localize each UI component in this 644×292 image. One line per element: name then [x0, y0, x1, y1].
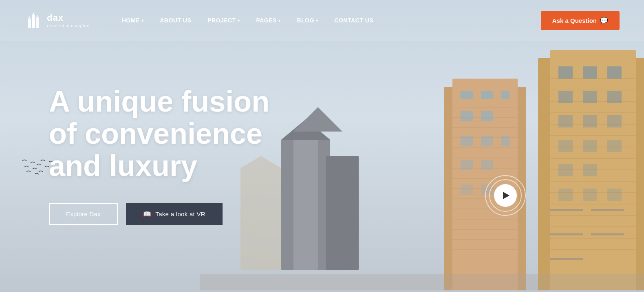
nav-links: HOME ▾ ABOUT US PROJECT ▾ PAGES ▾ BLOG ▾…: [122, 17, 541, 24]
hero-section: dax residential complex HOME ▾ ABOUT US …: [0, 0, 644, 292]
svg-rect-3: [326, 156, 359, 270]
vr-button[interactable]: 📖 Take a look at VR: [126, 203, 223, 225]
hero-content: A unique fusion of convenience and luxur…: [49, 86, 269, 225]
svg-rect-70: [607, 189, 622, 201]
play-triangle-icon: [503, 192, 509, 199]
project-chevron-icon: ▾: [238, 18, 240, 23]
svg-rect-76: [200, 274, 644, 290]
svg-rect-30: [501, 136, 509, 146]
svg-rect-60: [558, 115, 573, 127]
svg-rect-26: [461, 111, 473, 121]
explore-button[interactable]: Explore Dax: [49, 203, 118, 225]
ask-question-button[interactable]: Ask a Question 💬: [541, 11, 620, 30]
svg-rect-66: [558, 164, 573, 176]
hero-title: A unique fusion of convenience and luxur…: [49, 86, 269, 182]
video-play-rings: [485, 175, 526, 216]
nav-item-pages[interactable]: PAGES ▾: [256, 17, 280, 24]
svg-rect-77: [28, 20, 31, 28]
svg-rect-31: [461, 160, 473, 170]
svg-rect-27: [481, 111, 493, 121]
pages-chevron-icon: ▾: [278, 18, 281, 23]
svg-rect-64: [583, 140, 597, 152]
logo-text: dax residential complex: [47, 13, 89, 28]
svg-rect-2: [293, 132, 318, 270]
svg-rect-32: [481, 160, 493, 170]
svg-rect-65: [607, 140, 622, 152]
svg-rect-67: [583, 164, 597, 176]
svg-rect-33: [461, 184, 473, 195]
svg-rect-29: [481, 136, 493, 146]
nav-item-blog[interactable]: BLOG ▾: [297, 17, 318, 24]
play-button[interactable]: [494, 184, 517, 207]
svg-rect-63: [558, 140, 573, 152]
home-chevron-icon: ▾: [141, 18, 144, 23]
nav-item-project[interactable]: PROJECT ▾: [207, 17, 240, 24]
logo-icon: [24, 11, 43, 30]
logo-area[interactable]: dax residential complex: [24, 11, 89, 30]
hero-buttons: Explore Dax 📖 Take a look at VR: [49, 203, 269, 225]
svg-rect-57: [558, 91, 573, 103]
nav-item-about[interactable]: ABOUT US: [160, 17, 191, 24]
logo-subtitle: residential complex: [47, 23, 89, 28]
svg-rect-54: [558, 66, 573, 79]
ask-question-label: Ask a Question: [552, 17, 597, 24]
svg-rect-56: [607, 66, 622, 79]
svg-rect-69: [583, 189, 597, 201]
svg-marker-80: [28, 15, 31, 20]
svg-rect-58: [583, 91, 597, 103]
navigation-bar: dax residential complex HOME ▾ ABOUT US …: [0, 0, 644, 41]
logo-brand-name: dax: [47, 13, 89, 23]
svg-marker-82: [36, 15, 39, 18]
svg-rect-72: [550, 233, 583, 235]
svg-rect-71: [550, 209, 583, 211]
svg-rect-79: [36, 18, 39, 28]
svg-rect-59: [607, 91, 622, 103]
svg-rect-62: [607, 115, 622, 127]
svg-marker-81: [32, 12, 35, 16]
svg-rect-74: [591, 209, 624, 211]
svg-rect-68: [558, 189, 573, 201]
svg-marker-5: [293, 107, 342, 132]
svg-rect-75: [591, 233, 624, 235]
video-button-container[interactable]: [485, 175, 526, 216]
svg-rect-25: [501, 91, 509, 99]
blog-chevron-icon: ▾: [316, 18, 318, 23]
nav-item-contact[interactable]: CONTACT US: [334, 17, 373, 24]
svg-rect-73: [550, 258, 583, 260]
svg-rect-55: [583, 66, 597, 79]
chat-icon: 💬: [600, 17, 608, 24]
svg-rect-24: [481, 91, 493, 99]
svg-rect-28: [461, 136, 473, 146]
svg-rect-78: [32, 16, 35, 28]
book-icon: 📖: [143, 210, 151, 218]
svg-rect-61: [583, 115, 597, 127]
svg-rect-23: [461, 91, 473, 99]
nav-item-home[interactable]: HOME ▾: [122, 17, 144, 24]
